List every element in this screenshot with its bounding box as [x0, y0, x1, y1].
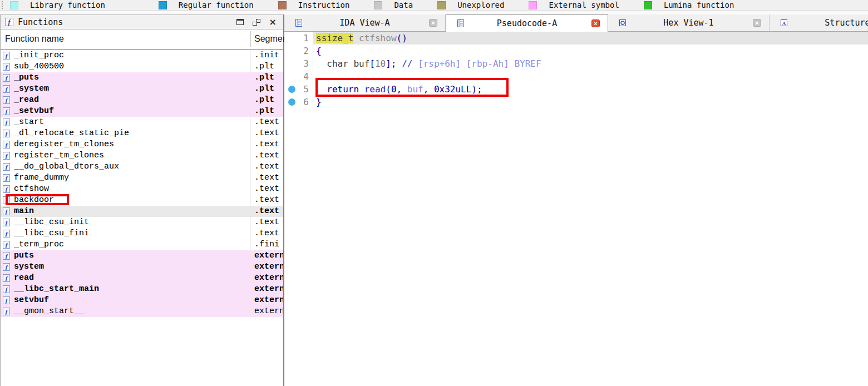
code-text[interactable]: return read(0, buf, 0x32uLL);	[313, 83, 868, 96]
function-segment: .text	[254, 128, 279, 138]
function-row-init-proc[interactable]: f_init_proc.init	[1, 50, 283, 61]
function-segment: extern	[254, 295, 283, 305]
address-dot-icon[interactable]	[288, 98, 295, 106]
function-segment: .init	[254, 51, 279, 60]
function-row-do-global-dtors-aux[interactable]: f__do_global_dtors_aux.text	[1, 161, 283, 172]
function-name: __libc_start_main	[14, 284, 99, 294]
function-row-dl-relocate-static-pie[interactable]: f_dl_relocate_static_pie.text	[1, 128, 283, 139]
legend-color-swatch	[374, 1, 382, 9]
function-row-ctfshow[interactable]: fctfshow.text	[1, 184, 283, 195]
function-row-gmon-start[interactable]: f__gmon_start__extern	[1, 306, 283, 317]
column-separator[interactable]	[250, 31, 251, 47]
code-text[interactable]: }	[313, 96, 868, 108]
function-segment: .plt	[254, 84, 274, 93]
code-token: {	[316, 46, 322, 56]
function-name: _dl_relocate_static_pie	[14, 128, 129, 138]
function-row-system[interactable]: fsystemextern	[1, 261, 283, 273]
code-token: read	[364, 84, 386, 95]
function-row-libc-csu-init[interactable]: f__libc_csu_init.text	[1, 217, 283, 228]
function-row-puts[interactable]: fputsextern	[1, 250, 283, 261]
code-line-3: 3 char buf[10]; // [rsp+6h] [rbp-Ah] BYR…	[284, 57, 868, 70]
code-token: 0x32uLL	[434, 84, 471, 95]
function-name: __libc_csu_init	[14, 217, 89, 227]
line-number-gutter: 1	[284, 32, 313, 44]
tab-structures[interactable]: AStructures×	[770, 14, 868, 31]
code-line-2: 2{	[284, 44, 868, 57]
legend-label: Lumina function	[664, 1, 734, 9]
pseudocode-icon	[456, 19, 465, 28]
legend-label: Unexplored	[457, 1, 504, 9]
code-token: char buf	[316, 58, 369, 69]
function-f-icon: f	[3, 252, 10, 260]
function-segment: .text	[254, 195, 279, 205]
function-row-register-tm-clones[interactable]: fregister_tm_clones.text	[1, 150, 283, 161]
function-name: __gmon_start__	[14, 306, 84, 316]
legend-color-swatch	[437, 1, 446, 9]
function-name: sub_400500	[14, 62, 64, 71]
function-row-term-proc[interactable]: f_term_proc.fini	[1, 239, 283, 250]
function-name: register_tm_clones	[14, 151, 104, 160]
tab-pseudocode-a[interactable]: Pseudocode-A×	[446, 14, 608, 32]
tab-label: Hex View-1	[663, 18, 713, 28]
function-row-sub-400500[interactable]: fsub_400500.plt	[1, 61, 283, 72]
code-text[interactable]: ssize_t ctfshow()	[313, 32, 868, 44]
legend-color-swatch	[159, 1, 167, 9]
code-token: ()	[397, 33, 407, 43]
function-segment: extern	[254, 262, 283, 271]
function-row-frame-dummy[interactable]: fframe_dummy.text	[1, 172, 283, 184]
code-line-4: 4	[284, 70, 868, 83]
functions-panel-titlebar[interactable]: f Functions ×	[1, 14, 283, 29]
function-row-puts[interactable]: f_puts.plt	[1, 72, 283, 83]
code-text[interactable]: char buf[10]; // [rsp+6h] [rbp-Ah] BYREF	[313, 57, 868, 70]
legend-label: External symbol	[549, 1, 619, 9]
code-text[interactable]	[313, 70, 868, 83]
float-window-icon[interactable]	[253, 19, 260, 26]
maximize-icon[interactable]	[236, 19, 244, 25]
structures-icon: A	[780, 18, 788, 27]
code-token	[316, 84, 327, 95]
legend-item-lumina-function: Lumina function	[644, 1, 734, 9]
legend-color-swatch	[278, 1, 287, 9]
function-row-main[interactable]: fmain.text	[1, 206, 283, 217]
function-f-icon: f	[3, 74, 10, 82]
tab-close-icon[interactable]: ×	[429, 19, 437, 27]
tab-hex-view-1[interactable]: Hex View-1×	[608, 14, 770, 31]
tab-close-icon[interactable]: ×	[591, 19, 600, 27]
function-row-setvbuf[interactable]: f_setvbuf.plt	[1, 106, 283, 117]
function-f-icon: f	[3, 85, 10, 93]
window-controls: ×	[236, 19, 277, 26]
code-token: );	[471, 84, 482, 95]
function-f-icon: f	[3, 196, 10, 204]
function-row-libc-csu-fini[interactable]: f__libc_csu_fini.text	[1, 228, 283, 239]
close-icon[interactable]: ×	[269, 19, 277, 26]
legend-color-swatch	[644, 1, 652, 9]
function-segment: .text	[254, 229, 279, 238]
function-f-icon: f	[3, 163, 10, 171]
code-token: //	[402, 58, 412, 69]
function-row-deregister-tm-clones[interactable]: fderegister_tm_clones.text	[1, 139, 283, 150]
legend-label: Regular function	[179, 1, 254, 9]
code-token: ,	[397, 84, 407, 95]
tab-close-icon[interactable]: ×	[753, 19, 761, 27]
function-segment: .text	[254, 140, 279, 149]
function-row-libc-start-main[interactable]: f__libc_start_mainextern	[1, 284, 283, 295]
function-row-start[interactable]: f_start.text	[1, 117, 283, 128]
column-header-function-name[interactable]: Function name	[5, 34, 64, 44]
toolbar-drag-handle[interactable]	[1, 1, 3, 9]
code-text[interactable]: {	[313, 44, 868, 57]
function-row-system[interactable]: f_system.plt	[1, 83, 283, 95]
code-token: ];	[386, 58, 396, 69]
function-row-backdoor[interactable]: fbackdoor.text	[1, 195, 283, 206]
function-row-read[interactable]: f_read.plt	[1, 95, 283, 106]
address-dot-icon[interactable]	[288, 86, 295, 93]
tab-ida-view-a[interactable]: IDA View-A×	[284, 14, 446, 31]
legend-color-swatch	[10, 1, 18, 9]
function-segment: .plt	[254, 95, 274, 105]
function-segment: .text	[254, 173, 279, 182]
function-f-icon: f	[3, 230, 10, 237]
function-row-setvbuf[interactable]: fsetvbufextern	[1, 295, 283, 306]
function-segment: .plt	[254, 62, 274, 71]
line-number-gutter: 3	[284, 57, 313, 70]
function-name: _start	[14, 117, 44, 127]
function-row-read[interactable]: freadextern	[1, 273, 283, 284]
